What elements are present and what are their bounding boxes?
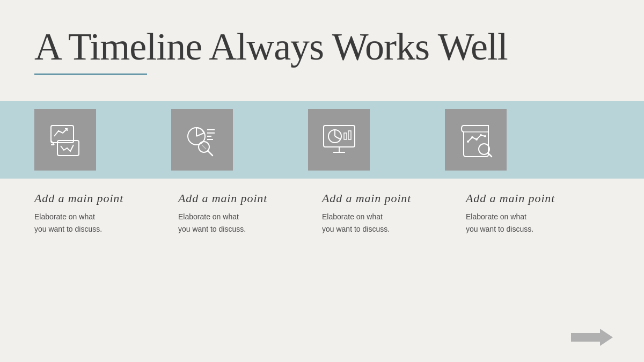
document-search-icon xyxy=(457,121,495,159)
content-item-1: Add a main point Elaborate on what you w… xyxy=(34,191,178,362)
icon-box-2 xyxy=(171,109,233,171)
svg-line-6 xyxy=(196,133,204,136)
icon-box-4 xyxy=(445,109,507,171)
title-underline xyxy=(34,73,147,75)
content-item-4-body: Elaborate on what you want to discuss. xyxy=(466,211,599,235)
content-item-4-title: Add a main point xyxy=(466,191,599,205)
content-item-2: Add a main point Elaborate on what you w… xyxy=(178,191,322,362)
arrow-right-icon xyxy=(571,328,614,347)
svg-line-12 xyxy=(208,151,213,156)
chart-analytics-icon xyxy=(47,121,84,159)
content-item-3-body: Elaborate on what you want to discuss. xyxy=(322,211,455,235)
svg-rect-18 xyxy=(344,133,347,139)
monitor-chart-icon xyxy=(320,121,358,159)
icon-box-1 xyxy=(34,109,96,171)
svg-point-26 xyxy=(480,134,482,136)
timeline-band xyxy=(0,101,644,179)
slide: A Timeline Always Works Well xyxy=(0,0,644,362)
content-item-2-body: Elaborate on what you want to discuss. xyxy=(178,211,311,235)
content-section: Add a main point Elaborate on what you w… xyxy=(0,179,644,362)
svg-point-23 xyxy=(467,141,469,143)
next-arrow[interactable] xyxy=(571,328,614,347)
content-item-2-title: Add a main point xyxy=(178,191,311,205)
svg-point-27 xyxy=(484,135,486,137)
svg-point-25 xyxy=(475,138,478,141)
timeline-icons-row xyxy=(34,109,610,171)
svg-line-13 xyxy=(202,145,206,149)
arrow-container xyxy=(571,328,614,347)
icon-box-3 xyxy=(308,109,370,171)
content-item-1-title: Add a main point xyxy=(34,191,167,205)
svg-rect-19 xyxy=(348,131,351,139)
content-item-3-title: Add a main point xyxy=(322,191,455,205)
svg-line-17 xyxy=(335,136,341,139)
pie-search-icon xyxy=(184,121,221,159)
svg-marker-30 xyxy=(571,329,613,346)
slide-title: A Timeline Always Works Well xyxy=(34,26,610,68)
content-item-3: Add a main point Elaborate on what you w… xyxy=(322,191,466,362)
title-section: A Timeline Always Works Well xyxy=(0,0,644,90)
svg-point-24 xyxy=(471,136,473,138)
content-item-1-body: Elaborate on what you want to discuss. xyxy=(34,211,167,235)
